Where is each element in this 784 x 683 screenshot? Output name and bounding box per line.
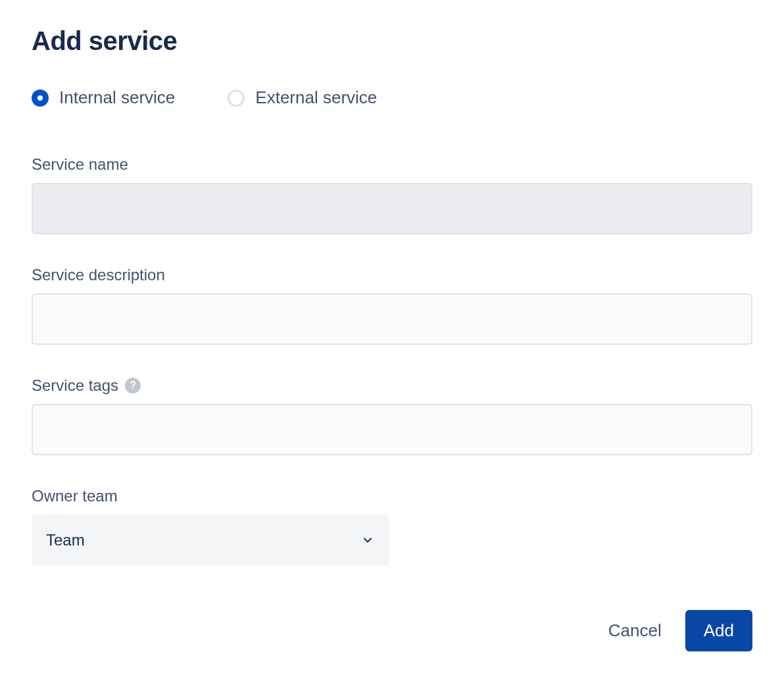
service-name-input[interactable] xyxy=(32,183,752,234)
service-tags-label-row: Service tags ? xyxy=(32,376,752,395)
radio-selected-icon xyxy=(32,89,49,107)
service-tags-label: Service tags xyxy=(32,376,118,395)
help-icon[interactable]: ? xyxy=(125,378,141,393)
service-name-field: Service name xyxy=(32,155,752,234)
service-name-label: Service name xyxy=(32,155,752,174)
chevron-down-icon xyxy=(360,533,375,547)
radio-unselected-icon xyxy=(228,89,245,107)
service-type-radio-group: Internal service External service xyxy=(32,88,752,108)
cancel-button[interactable]: Cancel xyxy=(608,620,662,641)
internal-service-label: Internal service xyxy=(59,88,175,108)
internal-service-radio[interactable]: Internal service xyxy=(32,88,175,108)
owner-team-field: Owner team Team xyxy=(32,487,752,566)
service-description-input[interactable] xyxy=(32,293,752,345)
add-service-dialog: Add service Internal service External se… xyxy=(0,0,784,683)
external-service-label: External service xyxy=(255,88,377,108)
service-tags-input[interactable] xyxy=(32,404,752,455)
service-tags-field: Service tags ? xyxy=(32,376,752,455)
owner-team-label: Owner team xyxy=(32,487,752,505)
owner-team-value: Team xyxy=(46,531,85,549)
add-button[interactable]: Add xyxy=(685,610,752,651)
service-description-field: Service description xyxy=(32,266,752,345)
service-description-label: Service description xyxy=(32,266,752,284)
owner-team-dropdown[interactable]: Team xyxy=(32,515,389,566)
dialog-footer: Cancel Add xyxy=(608,610,752,651)
external-service-radio[interactable]: External service xyxy=(228,88,377,108)
dialog-title: Add service xyxy=(32,26,752,56)
